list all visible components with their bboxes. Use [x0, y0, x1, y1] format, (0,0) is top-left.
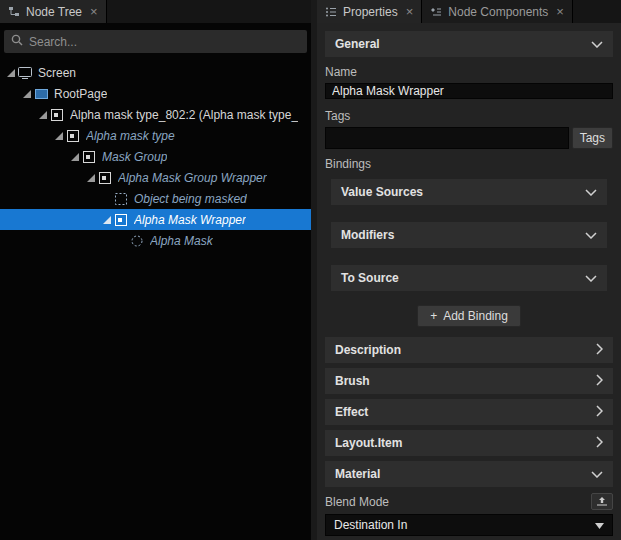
chevron-down-icon — [585, 185, 597, 199]
node-2d-icon — [97, 172, 113, 184]
alpha-mask-icon — [129, 235, 145, 247]
close-icon[interactable]: × — [406, 5, 414, 18]
section-title: Description — [335, 343, 401, 357]
tags-button[interactable]: Tags — [572, 127, 613, 149]
tree-row-alpha-mask-type[interactable]: Alpha mask type — [0, 125, 311, 146]
screen-icon — [17, 67, 33, 79]
add-binding-row: + Add Binding — [325, 305, 613, 327]
chevron-right-icon — [596, 374, 603, 389]
search-input[interactable] — [29, 35, 300, 49]
expander-icon[interactable] — [36, 111, 49, 119]
tree-row-alpha-mask-group-wrapper[interactable]: Alpha Mask Group Wrapper — [0, 167, 311, 188]
expander-icon[interactable] — [84, 174, 97, 182]
tree-row-object-being-masked[interactable]: Object being masked — [0, 188, 311, 209]
blend-mode-row: Blend Mode — [325, 493, 613, 510]
dropdown-value: Destination In — [334, 518, 407, 532]
close-icon[interactable]: × — [556, 5, 564, 18]
tree-row-alpha-mask-type-802[interactable]: Alpha mask type_802:2 (Alpha mask type_ — [0, 104, 311, 125]
node-2d-icon — [81, 151, 97, 163]
add-binding-label: Add Binding — [443, 309, 508, 323]
name-label: Name — [325, 65, 613, 79]
tree-label: Alpha mask type — [86, 129, 175, 143]
node-2d-icon — [65, 130, 81, 142]
tree-row-alpha-mask[interactable]: Alpha Mask — [0, 230, 311, 251]
section-layout-item[interactable]: Layout.Item — [325, 430, 613, 456]
bindings-label: Bindings — [325, 157, 613, 171]
chevron-down-icon — [591, 467, 603, 481]
tree-label: RootPage — [54, 87, 107, 101]
tree-label: Screen — [38, 66, 76, 80]
expander-icon[interactable] — [52, 132, 65, 140]
section-modifiers[interactable]: Modifiers — [331, 222, 607, 248]
tab-label: Node Components — [448, 5, 548, 19]
close-icon[interactable]: × — [90, 5, 98, 18]
blend-mode-dropdown[interactable]: Destination In — [325, 514, 613, 536]
section-description[interactable]: Description — [325, 337, 613, 363]
chevron-down-icon — [585, 228, 597, 242]
tab-properties[interactable]: Properties × — [317, 0, 422, 23]
section-title: To Source — [341, 271, 399, 285]
chevron-down-icon — [591, 37, 603, 51]
section-title: General — [335, 37, 380, 51]
properties-tabbar: Properties × Node Components × — [317, 0, 621, 23]
tree-label: Alpha Mask — [150, 234, 213, 248]
plus-icon: + — [430, 309, 437, 323]
section-title: Layout.Item — [335, 436, 402, 450]
tree-label: Object being masked — [134, 192, 247, 206]
tree-label: Alpha Mask Wrapper — [134, 213, 246, 227]
name-input[interactable] — [325, 83, 613, 99]
tab-node-tree[interactable]: Node Tree × — [0, 0, 107, 23]
push-to-default-button[interactable] — [591, 493, 613, 510]
section-title: Brush — [335, 374, 370, 388]
section-title: Material — [335, 467, 380, 481]
search-box[interactable] — [4, 30, 307, 53]
section-effect[interactable]: Effect — [325, 399, 613, 425]
tree-row-rootpage[interactable]: RootPage — [0, 83, 311, 104]
section-title: Modifiers — [341, 228, 394, 242]
tab-node-components[interactable]: Node Components × — [422, 0, 573, 23]
node-2d-icon — [49, 109, 65, 121]
search-row — [0, 23, 311, 58]
tree-row-alpha-mask-wrapper[interactable]: Alpha Mask Wrapper — [0, 209, 311, 230]
blend-mode-label: Blend Mode — [325, 495, 389, 509]
chevron-down-icon — [595, 518, 604, 532]
section-brush[interactable]: Brush — [325, 368, 613, 394]
properties-icon — [325, 6, 337, 18]
add-binding-button[interactable]: + Add Binding — [417, 305, 521, 327]
search-icon — [11, 34, 23, 49]
properties-content: General Name Tags Tags Bindings Value So… — [317, 23, 621, 540]
expander-icon[interactable] — [100, 216, 113, 224]
tree-label: Mask Group — [102, 150, 167, 164]
chevron-down-icon — [585, 271, 597, 285]
tags-label: Tags — [325, 109, 613, 123]
tree-row-screen[interactable]: Screen — [0, 62, 311, 83]
node-tree-tabbar: Node Tree × — [0, 0, 311, 23]
expander-icon[interactable] — [4, 69, 17, 77]
section-value-sources[interactable]: Value Sources — [331, 179, 607, 205]
expander-icon[interactable] — [68, 153, 81, 161]
tree-label: Alpha mask type_802:2 (Alpha mask type_ — [70, 108, 298, 122]
tree-label: Alpha Mask Group Wrapper — [118, 171, 267, 185]
arrow-up-icon — [596, 496, 608, 507]
node-tree-panel: Node Tree × Screen RootPage — [0, 0, 311, 540]
node-2d-icon — [113, 214, 129, 226]
section-title: Value Sources — [341, 185, 423, 199]
section-material[interactable]: Material — [325, 461, 613, 487]
section-to-source[interactable]: To Source — [331, 265, 607, 291]
tree-row-mask-group[interactable]: Mask Group — [0, 146, 311, 167]
section-general[interactable]: General — [325, 31, 613, 57]
node-tree: Screen RootPage Alpha mask type_802:2 (A… — [0, 58, 311, 540]
node-components-icon — [430, 6, 442, 18]
masked-object-icon — [113, 193, 129, 205]
section-title: Effect — [335, 405, 368, 419]
tags-row: Tags — [325, 127, 613, 149]
properties-panel: Properties × Node Components × General N… — [317, 0, 621, 540]
page-icon — [33, 88, 49, 100]
chevron-right-icon — [596, 436, 603, 451]
tags-input[interactable] — [325, 127, 569, 149]
chevron-right-icon — [596, 343, 603, 358]
expander-icon[interactable] — [20, 90, 33, 98]
node-tree-icon — [8, 6, 20, 18]
chevron-right-icon — [596, 405, 603, 420]
tab-label: Node Tree — [26, 5, 82, 19]
